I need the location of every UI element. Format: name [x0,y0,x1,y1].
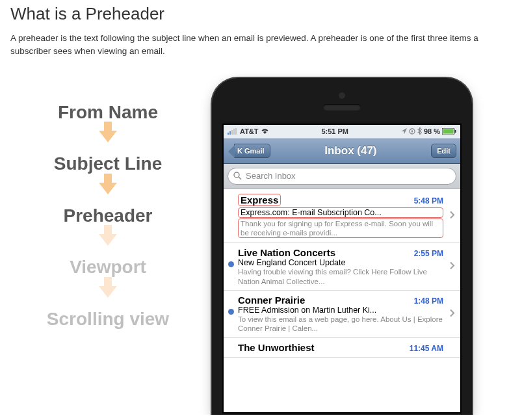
svg-rect-1 [229,131,231,135]
location-icon [401,128,407,134]
arrow-down-icon [99,286,117,298]
phone-camera-icon [339,92,345,99]
chevron-right-icon [450,309,455,319]
battery-icon [442,128,456,135]
email-time: 1:48 PM [414,296,443,306]
email-preview: Thank you for signing up for Express e-m… [241,219,441,238]
unread-dot-icon [228,309,234,315]
diagram-container: From Name Subject Line Preheader Viewpor… [10,78,499,415]
email-sender: Live Nation Concerts [238,247,335,258]
svg-line-11 [239,177,241,179]
email-preview: Having trouble viewing this email? Click… [238,267,443,286]
svg-rect-2 [231,130,233,135]
email-time: 11:45 AM [410,344,443,353]
svg-rect-0 [228,133,229,135]
email-subject: Express.com: E-mail Subscription Co... [241,208,441,217]
flow-step-scrolling-view: Scrolling view [47,304,169,334]
arrow-down-icon [99,183,117,194]
clock-label: 5:51 PM [321,127,348,135]
back-button-label: K Gmail [237,147,265,155]
arrow-down-icon [99,234,117,246]
email-sender: The Unworthiest [238,342,315,353]
battery-label: 98 % [424,127,440,135]
email-sender: Conner Prairie [238,295,305,306]
chevron-right-icon [450,262,455,272]
email-row[interactable]: Live Nation Concerts 2:55 PM New England… [224,243,460,291]
search-icon [233,172,242,180]
svg-point-10 [234,172,239,177]
search-input[interactable]: Search Inbox [228,168,456,185]
intro-paragraph: A preheader is the text following the su… [10,32,499,59]
unread-dot-icon [228,261,234,267]
bluetooth-icon [417,127,422,135]
svg-rect-4 [235,128,237,135]
page-title: What is a Preheader [10,4,499,24]
signal-icon [228,128,238,135]
email-row[interactable]: Conner Prairie 1:48 PM FREE Admission on… [224,291,460,338]
back-button[interactable]: K Gmail [234,144,270,158]
email-time: 2:55 PM [414,249,443,258]
chevron-right-icon [450,211,455,220]
arrow-down-icon [99,131,117,142]
phone-mockup: AT&T 5:51 PM 98 % K Gmail Inbox (47) [212,78,472,415]
search-placeholder: Search Inbox [246,171,296,181]
phone-speaker-icon [323,104,361,111]
svg-rect-6 [411,130,413,132]
edit-button[interactable]: Edit [431,144,456,158]
email-preview: To view this email as a web page, go her… [238,315,443,334]
email-subject: New England Concert Update [238,258,443,267]
svg-rect-8 [443,129,453,133]
nav-title: Inbox (47) [324,144,376,157]
wifi-icon [261,128,269,135]
svg-rect-9 [454,130,456,133]
flow-steps: From Name Subject Line Preheader Viewpor… [10,78,205,334]
rotation-lock-icon [409,128,415,135]
nav-bar: K Gmail Inbox (47) Edit [224,138,460,164]
carrier-label: AT&T [240,127,259,135]
edit-button-label: Edit [437,147,450,155]
email-sender: Express [241,194,278,205]
svg-rect-3 [233,129,235,135]
email-time: 5:48 PM [414,196,443,205]
search-container: Search Inbox [224,164,460,189]
email-subject: FREE Admission on Martin Luther Ki... [238,306,443,315]
email-list[interactable]: Express 5:48 PM Express.com: E-mail Subs… [224,189,460,412]
email-row[interactable]: Express 5:48 PM Express.com: E-mail Subs… [224,189,460,244]
phone-screen: AT&T 5:51 PM 98 % K Gmail Inbox (47) [222,124,462,413]
status-bar: AT&T 5:51 PM 98 % [224,125,460,138]
email-row[interactable]: The Unworthiest 11:45 AM [224,338,460,358]
